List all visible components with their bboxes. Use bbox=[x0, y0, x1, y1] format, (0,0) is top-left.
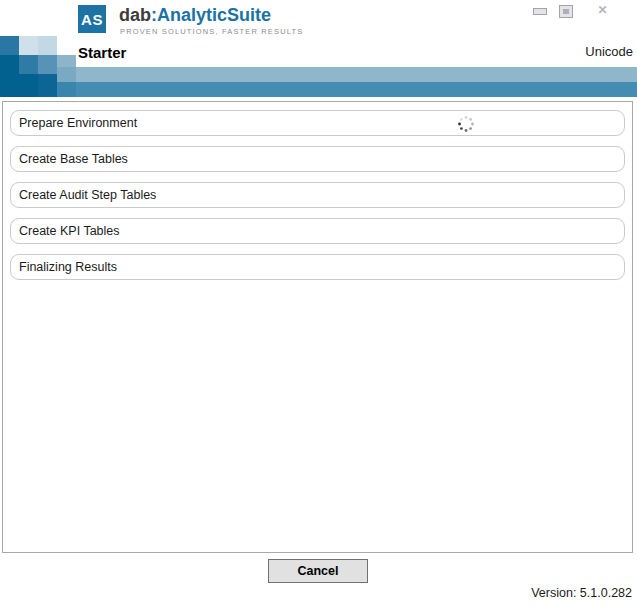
task-row-create-kpi-tables: Create KPI Tables bbox=[10, 218, 625, 244]
task-label: Finalizing Results bbox=[19, 260, 117, 274]
task-label: Prepare Environment bbox=[19, 116, 137, 130]
mosaic-cell bbox=[19, 36, 38, 55]
task-row-create-audit-step-tables: Create Audit Step Tables bbox=[10, 182, 625, 208]
maximize-icon-inner bbox=[563, 9, 569, 14]
task-label: Create KPI Tables bbox=[19, 224, 120, 238]
task-label: Create Base Tables bbox=[19, 152, 128, 166]
version-label: Version: 5.1.0.282 bbox=[531, 586, 632, 600]
mosaic-cell bbox=[57, 55, 76, 67]
page-title: Starter bbox=[78, 44, 126, 61]
brand-name-suffix: :AnalyticSuite bbox=[151, 5, 271, 25]
brand-name-prefix: dab bbox=[119, 5, 151, 25]
header-band-mid bbox=[57, 82, 637, 97]
encoding-label: Unicode bbox=[585, 44, 633, 59]
brand-tagline: PROVEN SOLUTIONS, FASTER RESULTS bbox=[120, 27, 303, 36]
maximize-icon[interactable] bbox=[559, 5, 573, 18]
mosaic-cell bbox=[0, 55, 19, 97]
application-window: { "brand": { "badge": "AS", "name_prefix… bbox=[0, 0, 637, 607]
mosaic-cell bbox=[19, 74, 38, 97]
mosaic-cell bbox=[38, 36, 57, 55]
minimize-icon[interactable] bbox=[533, 8, 547, 15]
mosaic-cell bbox=[38, 74, 57, 97]
loading-spinner-icon bbox=[457, 115, 475, 133]
task-row-finalizing-results: Finalizing Results bbox=[10, 254, 625, 280]
task-row-prepare-environment: Prepare Environment bbox=[10, 110, 625, 136]
mosaic-cell bbox=[0, 36, 19, 55]
mosaic-cell bbox=[19, 55, 38, 74]
mosaic-cell bbox=[57, 82, 76, 97]
mosaic-cell bbox=[57, 67, 76, 82]
brand-name: dab:AnalyticSuite bbox=[119, 5, 271, 26]
cancel-button[interactable]: Cancel bbox=[268, 559, 368, 583]
task-label: Create Audit Step Tables bbox=[19, 188, 156, 202]
task-panel: Prepare Environment Create Base Tables C… bbox=[2, 101, 633, 553]
close-icon[interactable]: ✕ bbox=[596, 3, 609, 16]
task-row-create-base-tables: Create Base Tables bbox=[10, 146, 625, 172]
header-band-light bbox=[57, 67, 637, 82]
mosaic-cell bbox=[38, 55, 57, 74]
brand-logo-badge: AS bbox=[78, 5, 106, 33]
